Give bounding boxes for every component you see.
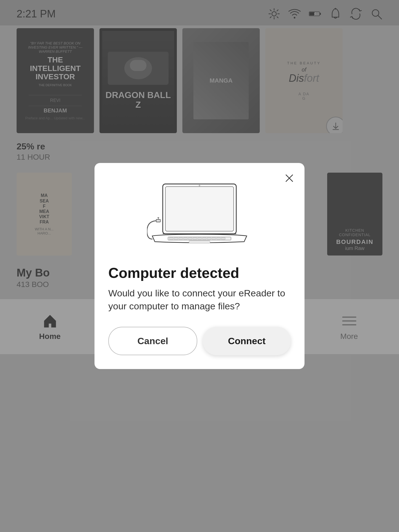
computer-detected-modal: Computer detected Would you like to conn… bbox=[95, 163, 305, 369]
svg-rect-41 bbox=[202, 238, 206, 240]
laptop-illustration bbox=[108, 177, 291, 254]
svg-rect-36 bbox=[179, 238, 183, 240]
svg-rect-32 bbox=[166, 187, 234, 231]
modal-description: Would you like to connect your eReader t… bbox=[108, 287, 291, 313]
svg-rect-34 bbox=[169, 238, 173, 240]
svg-rect-44 bbox=[217, 238, 221, 240]
svg-rect-38 bbox=[188, 238, 192, 240]
svg-rect-46 bbox=[189, 241, 210, 244]
modal-title: Computer detected bbox=[108, 265, 291, 281]
connect-button[interactable]: Connect bbox=[203, 327, 291, 355]
svg-rect-39 bbox=[193, 238, 197, 240]
svg-rect-42 bbox=[207, 238, 211, 240]
svg-rect-47 bbox=[156, 220, 160, 222]
svg-point-50 bbox=[199, 185, 200, 186]
cancel-button[interactable]: Cancel bbox=[108, 327, 197, 355]
svg-rect-40 bbox=[198, 238, 201, 240]
svg-rect-45 bbox=[221, 238, 225, 240]
modal-overlay: Computer detected Would you like to conn… bbox=[0, 0, 399, 532]
modal-buttons: Cancel Connect bbox=[108, 327, 291, 355]
svg-rect-37 bbox=[183, 238, 187, 240]
svg-rect-43 bbox=[212, 238, 216, 240]
modal-close-button[interactable] bbox=[282, 171, 296, 185]
svg-rect-35 bbox=[174, 238, 178, 240]
